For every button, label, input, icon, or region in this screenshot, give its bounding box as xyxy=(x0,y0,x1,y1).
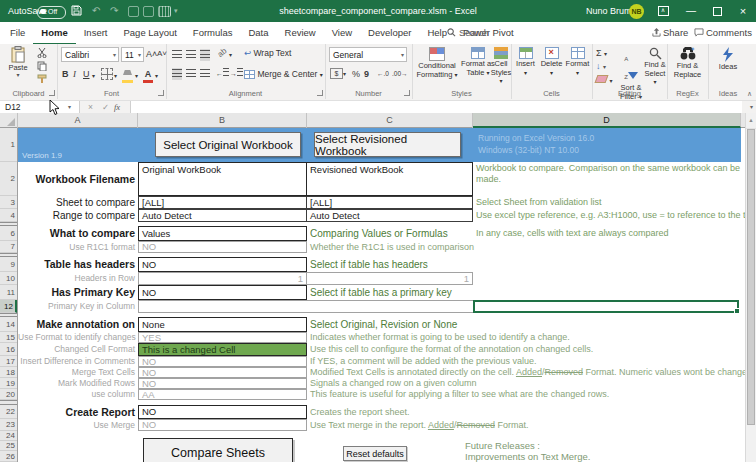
column-header-C[interactable]: C xyxy=(307,113,473,128)
orientation-icon[interactable]: ab xyxy=(215,46,230,61)
row-header-2[interactable]: 2 xyxy=(0,162,17,196)
scrollbar-thumb[interactable] xyxy=(747,129,755,425)
row-header-12[interactable]: 12 xyxy=(0,300,17,313)
ribbon-display-options-icon[interactable]: ∧ xyxy=(652,0,674,22)
align-center-icon[interactable] xyxy=(186,68,196,80)
grow-font-icon[interactable]: A˄ xyxy=(146,48,157,60)
borders-caret-icon[interactable]: ▾ xyxy=(114,70,117,82)
row-header-20[interactable]: 20 xyxy=(0,389,17,400)
clear-icon[interactable]: ▾ xyxy=(596,74,613,87)
cell-B11[interactable]: NO xyxy=(138,285,307,300)
cell-B23[interactable]: NO xyxy=(138,419,307,431)
user-name[interactable]: Nuno Brum xyxy=(586,0,632,22)
row-header-10[interactable]: 10 xyxy=(0,272,17,285)
vertical-scrollbar[interactable]: ▲ xyxy=(745,113,756,462)
fill-color-icon[interactable] xyxy=(122,68,133,83)
cell-C10[interactable]: 1 xyxy=(306,272,473,285)
selected-cell-D12[interactable] xyxy=(473,300,739,313)
row-header-19[interactable]: 19 xyxy=(0,378,17,389)
underline-caret-icon[interactable]: ▾ xyxy=(92,70,95,82)
cell-B19[interactable]: NO xyxy=(138,378,307,389)
column-header-D[interactable]: D xyxy=(473,113,741,128)
touch-mouse-mode-icon[interactable] xyxy=(158,6,171,17)
qat-customize-icon[interactable]: ▾ xyxy=(174,4,178,18)
qat-macro-icon[interactable] xyxy=(128,6,139,17)
row-header-22[interactable]: 22 xyxy=(0,405,17,419)
copy-icon[interactable] xyxy=(35,61,48,73)
align-right-icon[interactable] xyxy=(200,68,210,80)
row-header-4[interactable]: 4 xyxy=(0,209,17,222)
insert-cells-button[interactable]: Insert▾ xyxy=(513,47,538,77)
collapse-ribbon-icon[interactable]: ∧ xyxy=(747,90,752,98)
cell-B18[interactable]: NO xyxy=(138,367,307,378)
scroll-up-icon[interactable]: ▲ xyxy=(746,113,756,129)
orientation-caret-icon[interactable]: ▾ xyxy=(229,49,232,61)
share-button[interactable]: Share xyxy=(652,22,688,44)
row-header-6[interactable]: 6 xyxy=(0,226,17,241)
autosave-toggle[interactable]: Off xyxy=(37,6,66,19)
borders-icon[interactable] xyxy=(101,68,113,83)
tab-page-layout[interactable]: Page Layout xyxy=(115,22,184,43)
cell-B14[interactable]: None xyxy=(138,317,307,332)
conditional-formatting-button[interactable]: Conditional Formatting ▾ xyxy=(414,47,460,79)
cell-B7[interactable]: NO xyxy=(138,241,307,253)
font-dialog-launcher-icon[interactable] xyxy=(158,90,164,96)
row-header-15[interactable]: 15 xyxy=(0,332,17,343)
number-dialog-launcher-icon[interactable] xyxy=(404,90,410,96)
format-painter-icon[interactable] xyxy=(35,74,48,86)
cell-B3[interactable]: [ALL] xyxy=(138,196,307,209)
decrease-decimal-icon[interactable]: .00→ xyxy=(392,68,408,80)
maximize-icon[interactable] xyxy=(706,0,728,22)
cell-C3[interactable]: [ALL] xyxy=(306,196,473,209)
hidden-row-marker-5[interactable] xyxy=(0,222,17,226)
italic-icon[interactable]: I xyxy=(73,68,76,80)
cell-B22[interactable]: NO xyxy=(138,405,307,419)
cell-B2[interactable]: Original WorkBook xyxy=(138,162,307,196)
font-color-icon[interactable]: A xyxy=(143,68,153,83)
font-size-combo[interactable]: 11▾ xyxy=(121,47,144,62)
font-color-caret-icon[interactable]: ▾ xyxy=(155,70,158,82)
autosum-icon[interactable]: Σ ▾ xyxy=(596,47,607,60)
cell-B9[interactable]: NO xyxy=(138,257,307,272)
find-replace-button[interactable]: Find & Replace xyxy=(670,47,705,79)
hidden-row-marker-21[interactable] xyxy=(0,400,17,405)
format-cells-button[interactable]: Format▾ xyxy=(565,47,590,77)
tab-review[interactable]: Review xyxy=(277,22,324,43)
cell-styles-button[interactable]: Cell Styles ▾ xyxy=(491,47,511,86)
ideas-button[interactable]: Ideas xyxy=(714,47,742,72)
row-header-9[interactable]: 9 xyxy=(0,257,17,272)
decrease-indent-icon[interactable]: ← xyxy=(216,68,229,80)
row-header-11[interactable]: 11 xyxy=(0,285,17,300)
paste-button[interactable]: Paste▾ xyxy=(3,46,33,78)
user-avatar[interactable]: NB xyxy=(629,4,644,19)
increase-decimal-icon[interactable]: ←.0 xyxy=(377,68,389,80)
alignment-dialog-launcher-icon[interactable] xyxy=(317,90,323,96)
cell-B4[interactable]: Auto Detect xyxy=(138,209,307,222)
cut-icon[interactable] xyxy=(35,48,48,60)
row-header-26[interactable]: 26 xyxy=(0,451,17,462)
row-header-17[interactable]: 17 xyxy=(0,356,17,367)
align-bottom-icon[interactable] xyxy=(200,49,210,61)
select-all-button[interactable] xyxy=(0,113,18,128)
row-header-18[interactable]: 18 xyxy=(0,367,17,378)
wrap-text-button[interactable]: ↩ Wrap Text xyxy=(244,48,291,58)
column-header-A[interactable]: A xyxy=(18,113,138,128)
row-header-1[interactable]: 1 xyxy=(0,128,17,162)
fill-color-caret-icon[interactable]: ▾ xyxy=(135,70,138,82)
cell-B15[interactable]: YES xyxy=(138,332,307,343)
tab-file[interactable]: File xyxy=(2,22,33,43)
tab-formulas[interactable]: Formulas xyxy=(185,22,241,43)
cell-C4[interactable]: Auto Detect xyxy=(306,209,473,222)
cell-B10[interactable]: 1 xyxy=(138,272,307,285)
row-header-16[interactable]: 16 xyxy=(0,343,17,356)
hidden-row-marker-8[interactable] xyxy=(0,253,17,257)
find-select-button[interactable]: Find & Select ▾ xyxy=(643,47,667,87)
cell-B6[interactable]: Values xyxy=(138,226,307,241)
redo-icon[interactable]: ↷ xyxy=(110,4,118,18)
column-header-B[interactable]: B xyxy=(138,113,307,128)
row-header-25[interactable]: 25 xyxy=(0,441,17,451)
hidden-row-marker-13[interactable] xyxy=(0,313,17,317)
undo-icon[interactable]: ↶ xyxy=(92,4,100,18)
tab-view[interactable]: View xyxy=(324,22,360,43)
comments-button[interactable]: Comments xyxy=(694,22,752,44)
